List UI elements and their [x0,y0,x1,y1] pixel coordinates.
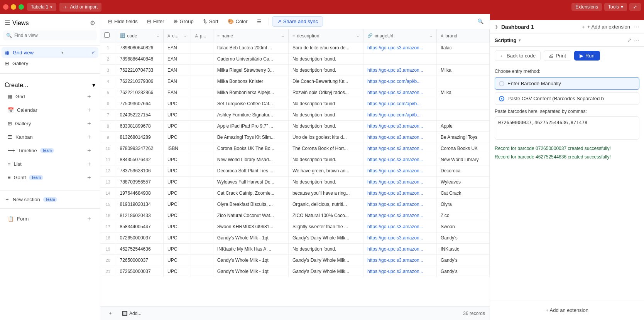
col-description[interactable]: ≡ description ⌄ [288,29,363,42]
row-desc-17[interactable]: Slightly sweeter than the ... [288,221,363,232]
row-code-21[interactable]: 072650000037 [116,266,164,277]
tools-btn[interactable]: Tools ▾ [604,3,627,11]
col-brand[interactable]: A brand [437,29,490,42]
create-item-calendar[interactable]: 📅 Calendar ＋ [5,104,95,116]
row-p-3[interactable] [191,65,213,76]
row-code-10[interactable]: 9780993247262 [116,143,164,154]
row-code-6[interactable]: 775093607664 [116,98,164,109]
row-code-14[interactable]: 197644684908 [116,188,164,199]
row-brand-11[interactable]: New World Library [437,154,490,165]
row-name-2[interactable]: Caderno Universitário Ca... [213,54,288,65]
create-item-gallery[interactable]: ⊞ Gallery ＋ [5,117,95,130]
col-p[interactable]: A p... [191,29,213,42]
row-name-13[interactable]: Wyleaves Fall Harvest De... [213,177,288,188]
row-code-16[interactable]: 812186020433 [116,210,164,221]
row-c-21[interactable]: UPC [164,266,191,277]
row-p-7[interactable] [191,109,213,121]
row-brand-10[interactable]: Corona Books UK [437,143,490,154]
row-imageurl-5[interactable]: https://go-upc.s3.amazon... [363,87,437,98]
row-brand-17[interactable]: Swoon [437,221,490,232]
row-c-7[interactable]: UPC [164,109,191,121]
entry-csv-option[interactable]: Paste CSV Content (Barcodes Separated b [495,92,639,105]
sidebar-item-gallery[interactable]: ⊞ Gallery [2,58,98,69]
row-c-20[interactable]: UPC [164,255,191,266]
print-btn[interactable]: 🖨 Print [544,51,571,61]
add-extension-footer-btn[interactable]: + Add an extension [495,304,639,316]
row-p-2[interactable] [191,54,213,65]
row-imageurl-13[interactable]: https://go-upc.s3.amazon... [363,177,437,188]
row-code-11[interactable]: 884355076442 [116,154,164,165]
row-imageurl-3[interactable]: https://go-upc.s3.amazon... [363,65,437,76]
row-code-1[interactable]: 7898080640826 [116,42,164,54]
restore-btn[interactable]: ⤢ [629,3,641,11]
group-btn[interactable]: ⊕ Group [170,17,198,26]
row-brand-14[interactable]: Cat Crack [437,188,490,199]
add-list-icon[interactable]: ＋ [86,160,92,168]
row-c-19[interactable]: UPC [164,244,191,255]
row-imageurl-10[interactable]: https://go-upc.s3.amazon... [363,143,437,154]
row-p-15[interactable] [191,199,213,210]
back-to-code-btn[interactable]: ← Back to code [495,51,541,61]
create-item-gantt[interactable]: ≡ Gantt Team ＋ [5,171,95,184]
row-name-19[interactable]: INKtastic My Milk Has A ... [213,244,288,255]
row-imageurl-21[interactable]: https://go-upc.s3.amazon... [363,266,437,277]
row-p-12[interactable] [191,165,213,177]
row-desc-6[interactable]: No description found [288,98,363,109]
row-p-19[interactable] [191,244,213,255]
row-name-4[interactable]: Milka Bonbons Knister [213,76,288,87]
row-p-21[interactable] [191,266,213,277]
row-name-9[interactable]: Be Amazing! Toys Kit Slim... [213,132,288,143]
row-name-16[interactable]: Zico Natural Coconut Wat... [213,210,288,221]
hide-fields-btn[interactable]: ⊟ Hide fields [104,17,142,26]
row-name-14[interactable]: Cat Crack Catnip, Zoomie... [213,188,288,199]
summary-btn[interactable]: ☰ [253,17,265,26]
row-p-11[interactable] [191,154,213,165]
row-desc-8[interactable]: No description found. [288,121,363,132]
more-options-icon[interactable]: ⋯ [633,23,639,30]
row-name-3[interactable]: Milka Riegel Strawberry 3... [213,65,288,76]
add-extension-btn[interactable]: ＋ + Add an extension [581,24,630,30]
row-imageurl-17[interactable]: https://go-upc.s3.amazon... [363,221,437,232]
row-brand-7[interactable] [437,109,490,121]
row-desc-12[interactable]: We have green, brown an... [288,165,363,177]
add-gantt-icon[interactable]: ＋ [86,173,92,182]
sidebar-item-grid-view[interactable]: ▦ Grid view ▾ ✓ [2,47,98,58]
sort-btn[interactable]: ⇅ Sort [199,17,222,26]
row-code-13[interactable]: 788703956557 [116,177,164,188]
row-name-18[interactable]: Gandy's Whole Milk - 1qt [213,232,288,244]
row-name-12[interactable]: Decoroca Soft Plant Ties ... [213,165,288,177]
win-min-btn[interactable] [11,4,16,10]
row-c-14[interactable]: UPC [164,188,191,199]
row-name-1[interactable]: Italac Beb Lactea 200ml ... [213,42,288,54]
row-desc-18[interactable]: Gandy's Dairy Whole Milk... [288,232,363,244]
row-code-17[interactable]: 858344005447 [116,221,164,232]
row-name-17[interactable]: Swoon KHRM003749681... [213,221,288,232]
row-brand-4[interactable] [437,76,490,87]
row-desc-9[interactable]: Uno de los gooiest kits d... [288,132,363,143]
row-p-10[interactable] [191,143,213,154]
row-c-9[interactable]: UPC [164,132,191,143]
select-all-checkbox[interactable] [104,32,110,38]
row-p-20[interactable] [191,255,213,266]
row-p-13[interactable] [191,177,213,188]
search-btn[interactable]: 🔍 [475,17,486,26]
row-c-12[interactable]: UPC [164,165,191,177]
row-name-20[interactable]: Gandy's Whole Milk - 1qt [213,255,288,266]
row-c-13[interactable]: UPC [164,177,191,188]
row-c-2[interactable]: EAN [164,54,191,65]
row-imageurl-20[interactable]: https://go-upc.s3.amazon... [363,255,437,266]
add-row-btn[interactable]: ＋ [105,309,116,318]
row-brand-19[interactable]: INKtastic [437,244,490,255]
add-fields-btn[interactable]: 🔲 Add... [119,310,144,317]
row-c-18[interactable]: UPC [164,232,191,244]
row-desc-4[interactable]: Die Coach-Bewertung für... [288,76,363,87]
expand-scripting-btn[interactable]: ⤢ [627,37,632,43]
row-c-11[interactable]: UPC [164,154,191,165]
row-p-1[interactable] [191,42,213,54]
row-name-8[interactable]: Apple iPad iPad Pro 9.7" ... [213,121,288,132]
create-item-form[interactable]: 📋 Form ＋ [5,212,95,225]
row-c-15[interactable]: UPC [164,199,191,210]
row-imageurl-14[interactable]: https://go-upc.s3.amazon... [363,188,437,199]
row-c-1[interactable]: EAN [164,42,191,54]
row-code-12[interactable]: 783759628106 [116,165,164,177]
